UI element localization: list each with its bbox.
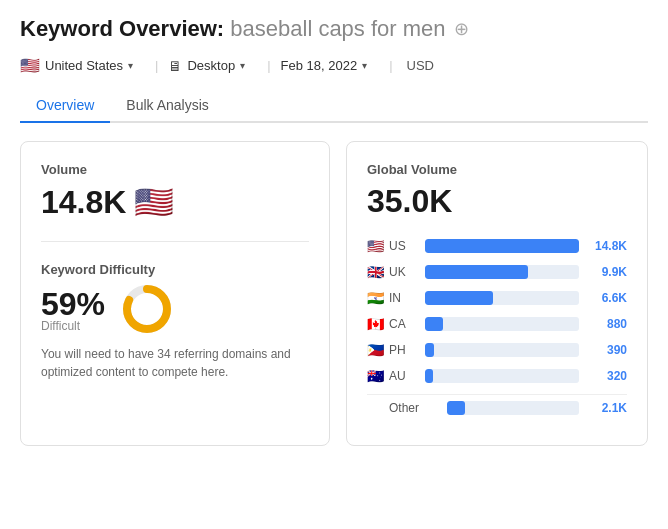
bar-divider [367,394,627,395]
bar-track-in [425,291,579,305]
country-code-uk: UK [389,265,417,279]
bar-fill-uk [425,265,528,279]
country-code-au: AU [389,369,417,383]
device-chevron-icon: ▾ [240,60,245,71]
country-selector[interactable]: 🇺🇸 United States ▾ [20,56,145,75]
country-label: United States [45,58,123,73]
country-code-in: IN [389,291,417,305]
flag-icon-in: 🇮🇳 [367,290,389,306]
bar-track-uk [425,265,579,279]
bar-value-ph: 390 [587,343,627,357]
bar-track-ph [425,343,579,357]
device-selector[interactable]: 🖥 Desktop ▾ [168,58,257,74]
page-title: Keyword Overview: baseball caps for men [20,16,446,42]
flag-icon-ca: 🇨🇦 [367,316,389,332]
difficulty-row: 59% Difficult [41,283,309,335]
difficulty-label: Keyword Difficulty [41,262,309,277]
country-code-ph: PH [389,343,417,357]
bar-fill-ph [425,343,434,357]
right-card: Global Volume 35.0K 🇺🇸 US 14.8K 🇬🇧 UK 9.… [346,141,648,446]
bar-row-other: Other 2.1K [367,401,627,415]
date-chevron-icon: ▾ [362,60,367,71]
flag-icon-uk: 🇬🇧 [367,264,389,280]
tabs-bar: Overview Bulk Analysis [20,89,648,123]
bar-fill-ca [425,317,443,331]
bar-value-uk: 9.9K [587,265,627,279]
country-code-us: US [389,239,417,253]
date-label: Feb 18, 2022 [281,58,358,73]
left-card: Volume 14.8K 🇺🇸 Keyword Difficulty 59% D… [20,141,330,446]
us-flag-icon: 🇺🇸 [134,183,174,221]
flag-icon-au: 🇦🇺 [367,368,389,384]
content-grid: Volume 14.8K 🇺🇸 Keyword Difficulty 59% D… [20,141,648,446]
bar-row-au: 🇦🇺 AU 320 [367,368,627,384]
tab-bulk-analysis[interactable]: Bulk Analysis [110,89,224,123]
bar-row-us: 🇺🇸 US 14.8K [367,238,627,254]
bar-fill-in [425,291,493,305]
difficulty-section: Keyword Difficulty 59% Difficult You wil… [41,262,309,381]
bar-value-au: 320 [587,369,627,383]
bar-row-in: 🇮🇳 IN 6.6K [367,290,627,306]
global-volume-bars: 🇺🇸 US 14.8K 🇬🇧 UK 9.9K 🇮🇳 IN 6.6K 🇨🇦 CA [367,238,627,415]
volume-label: Volume [41,162,309,177]
global-volume-label: Global Volume [367,162,627,177]
bar-track-au [425,369,579,383]
bar-value-ca: 880 [587,317,627,331]
bar-row-uk: 🇬🇧 UK 9.9K [367,264,627,280]
bar-value-us: 14.8K [587,239,627,253]
divider-2: | [267,58,270,73]
bar-track-other [447,401,579,415]
bar-fill-other [447,401,465,415]
volume-section: Volume 14.8K 🇺🇸 [41,162,309,242]
bar-row-ph: 🇵🇭 PH 390 [367,342,627,358]
tab-overview[interactable]: Overview [20,89,110,123]
divider-3: | [389,58,392,73]
global-volume-value: 35.0K [367,183,627,220]
divider-1: | [155,58,158,73]
donut-chart [121,283,173,335]
device-label: Desktop [187,58,235,73]
flag-icon-ph: 🇵🇭 [367,342,389,358]
bar-value-in: 6.6K [587,291,627,305]
bar-track-us [425,239,579,253]
monitor-icon: 🖥 [168,58,182,74]
country-flag-icon: 🇺🇸 [20,56,40,75]
volume-value: 14.8K 🇺🇸 [41,183,309,221]
flag-icon-us: 🇺🇸 [367,238,389,254]
date-selector[interactable]: Feb 18, 2022 ▾ [281,58,380,73]
toolbar: 🇺🇸 United States ▾ | 🖥 Desktop ▾ | Feb 1… [20,56,648,75]
currency-label: USD [407,58,434,73]
difficulty-description: You will need to have 34 referring domai… [41,345,309,381]
bar-fill-us [425,239,579,253]
country-code-ca: CA [389,317,417,331]
page-header: Keyword Overview: baseball caps for men … [20,16,648,42]
other-label: Other [389,401,439,415]
bar-row-ca: 🇨🇦 CA 880 [367,316,627,332]
country-chevron-icon: ▾ [128,60,133,71]
add-keyword-icon[interactable]: ⊕ [454,18,469,40]
bar-value-other: 2.1K [587,401,627,415]
difficulty-value: 59% [41,286,105,323]
bar-track-ca [425,317,579,331]
bar-fill-au [425,369,433,383]
